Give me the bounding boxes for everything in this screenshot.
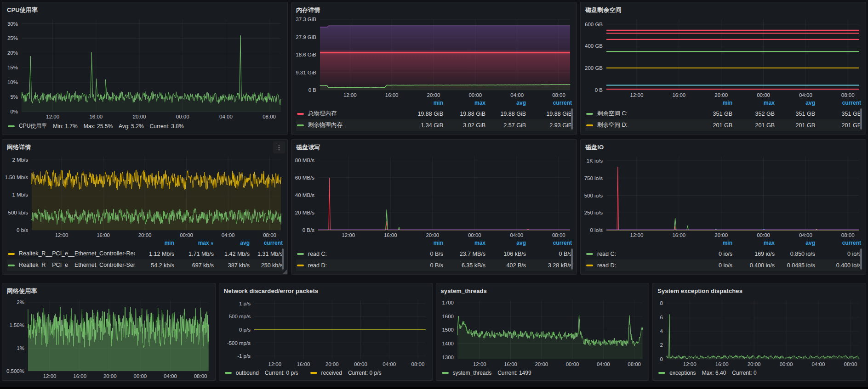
kebab-menu-icon[interactable]: ⋮ — [273, 141, 285, 153]
svg-text:200 GB: 200 GB — [585, 65, 603, 71]
system-exceptions-chart[interactable]: 12:0016:0020:0000:0004:0008:0002468 — [653, 297, 864, 368]
panel-system-threads: system_threads 12:0016:0020:0000:0004:00… — [436, 283, 650, 381]
legend-series-name[interactable]: outbound — [236, 370, 259, 376]
legend-series-name[interactable]: 剩余空间 C: — [597, 110, 628, 118]
legend-column-avg[interactable]: avg — [486, 99, 527, 108]
svg-text:1700: 1700 — [442, 300, 454, 305]
panel-title-net-usage[interactable]: 网络使用率 — [7, 287, 37, 295]
legend-column-max[interactable]: max — [444, 99, 486, 108]
legend-value: 0 B/s — [527, 251, 573, 257]
legend-column-current[interactable]: current — [527, 99, 573, 108]
legend-column-min[interactable]: min — [402, 99, 444, 108]
panel-title-network[interactable]: 网络详情 — [7, 143, 31, 152]
legend-column-current[interactable]: current — [527, 239, 573, 248]
dashboard-row-top: CPU使用率 12:0016:0020:0000:0004:0008:000%5… — [2, 2, 866, 135]
series-color-swatch — [442, 372, 449, 374]
legend-column-avg[interactable]: avg — [776, 99, 816, 108]
svg-text:12:00: 12:00 — [343, 92, 357, 98]
panel-title-cpu[interactable]: CPU使用率 — [7, 6, 38, 14]
panel-title-memory[interactable]: 内存详情 — [296, 6, 320, 14]
panel-title-disk-rw[interactable]: 磁盘读写 — [296, 143, 320, 152]
svg-text:1500: 1500 — [442, 327, 454, 333]
panel-header: 网络使用率 — [2, 283, 215, 296]
legend-column-current[interactable]: current — [816, 99, 862, 108]
svg-text:80 MB/s: 80 MB/s — [295, 158, 314, 163]
network-usage-chart[interactable]: 12:0016:0020:0000:0004:0008:000.500%1%1.… — [2, 297, 213, 380]
panel-title-threads[interactable]: system_threads — [441, 288, 487, 294]
legend-value: 201 GB — [691, 122, 733, 129]
legend-stat: Current: 0 p/s — [265, 370, 298, 376]
legend-column-max[interactable]: max∨ — [175, 239, 215, 248]
network-discard-error-chart[interactable]: 12:0016:0020:0000:0004:0008:00-1 p/s-500… — [219, 297, 430, 368]
panel-header: CPU使用率 — [2, 2, 287, 15]
svg-text:20 MB/s: 20 MB/s — [295, 210, 314, 215]
panel-title-exceptions[interactable]: System exception dispatches — [657, 288, 742, 294]
legend-column-current[interactable]: current — [816, 239, 862, 248]
legend-value: 1.71 Mb/s — [175, 251, 215, 257]
legend-series-name[interactable]: system_threads — [453, 370, 492, 376]
legend-scrollbar[interactable] — [860, 108, 862, 130]
legend-scrollbar[interactable] — [571, 108, 573, 130]
svg-text:08:00: 08:00 — [841, 232, 855, 238]
panel-title-net-err[interactable]: Network discarded/error packets — [224, 288, 318, 294]
legend-column-min[interactable]: min — [691, 99, 733, 108]
legend-series-name[interactable]: read C: — [597, 251, 616, 257]
panel-header: 磁盘剩余空间 — [581, 2, 866, 15]
legend-column-max[interactable]: max — [733, 239, 776, 248]
panel-title-disk-io[interactable]: 磁盘IO — [585, 143, 604, 152]
legend-series-name[interactable]: read D: — [308, 262, 327, 269]
svg-text:08:00: 08:00 — [552, 92, 565, 98]
legend-row: 剩余空间 D:201 GB201 GB201 GB201 GB — [585, 119, 862, 131]
svg-text:20:00: 20:00 — [535, 361, 548, 367]
disk-free-space-chart[interactable]: 12:0016:0020:0000:0004:0008:000 B200 GB4… — [581, 16, 864, 99]
exceptions-legend: exceptionsMax: 6.40Current: 0 — [653, 368, 866, 380]
legend-column-min[interactable]: min — [691, 239, 733, 248]
series-color-swatch — [586, 124, 593, 126]
svg-text:1 p/s: 1 p/s — [239, 301, 251, 306]
disk-io-chart[interactable]: 12:0016:0020:0000:0004:0008:000 io/s250 … — [581, 153, 864, 239]
legend-column-avg[interactable]: avg — [215, 239, 251, 248]
legend-column-avg[interactable]: avg — [776, 239, 816, 248]
svg-text:1300: 1300 — [442, 355, 454, 360]
legend-column-current[interactable]: current — [251, 239, 284, 248]
legend-series-name[interactable]: read D: — [597, 262, 616, 269]
cpu-usage-chart[interactable]: 12:0016:0020:0000:0004:0008:000%5%10%15%… — [2, 16, 286, 121]
legend-series-name[interactable]: 剩余物理内存 — [308, 121, 343, 129]
disk-rw-legend: minmaxavgcurrentread C:0 B/s23.7 MB/s106… — [291, 239, 577, 274]
svg-text:30%: 30% — [7, 21, 18, 27]
legend-series-name[interactable]: 总物理内存 — [308, 110, 337, 118]
legend-scrollbar[interactable] — [860, 248, 862, 270]
legend-series-name[interactable]: Realtek_R__PCI_e__Ethernet_Controller-Re… — [19, 250, 135, 258]
panel-resize-handle[interactable] — [283, 270, 287, 274]
legend-value: 2.57 GiB — [486, 122, 527, 129]
legend-series-name[interactable]: read C: — [308, 251, 327, 257]
legend-series-name[interactable]: exceptions — [669, 370, 696, 376]
legend-stat: Min: 1.7% — [53, 123, 77, 130]
legend-header-spacer — [7, 242, 135, 245]
disk-read-write-chart[interactable]: 12:0016:0020:0000:0004:0008:000 B/s20 MB… — [291, 153, 575, 239]
legend-value: 169 io/s — [733, 251, 776, 257]
memory-chart[interactable]: 12:0016:0020:0000:0004:0008:000 B9.31 Gi… — [291, 16, 575, 99]
legend-column-max[interactable]: max — [733, 99, 776, 108]
legend-column-min[interactable]: min — [135, 239, 175, 248]
panel-header: system_threads — [436, 283, 649, 296]
legend-column-avg[interactable]: avg — [486, 239, 527, 248]
legend-value: 0.400 io/s — [733, 262, 776, 269]
system-threads-chart[interactable]: 12:0016:0020:0000:0004:0008:001300140015… — [436, 297, 647, 368]
legend-series-name[interactable]: 剩余空间 D: — [597, 121, 628, 129]
legend-series-name[interactable]: CPU使用率 — [19, 122, 47, 130]
legend-series-name[interactable]: Realtek_R__PCI_e__Ethernet_Controller-Se… — [19, 261, 135, 269]
svg-text:1.50 Mb/s: 1.50 Mb/s — [5, 175, 29, 180]
legend-series-name[interactable]: received — [321, 370, 342, 376]
legend-scrollbar[interactable] — [571, 248, 573, 270]
legend-column-min[interactable]: min — [402, 239, 444, 248]
legend-header-row: minmaxavgcurrent — [585, 99, 862, 108]
svg-text:5%: 5% — [10, 94, 18, 100]
svg-text:20:00: 20:00 — [427, 92, 440, 98]
legend-scrollbar[interactable] — [282, 248, 284, 270]
panel-header: Network discarded/error packets — [219, 283, 432, 296]
network-details-chart[interactable]: 12:0016:0020:0000:0004:0008:000 b/s500 k… — [2, 153, 286, 239]
legend-item: exceptionsMax: 6.40Current: 0 — [658, 370, 756, 376]
panel-title-disk-space[interactable]: 磁盘剩余空间 — [585, 6, 622, 14]
legend-column-max[interactable]: max — [444, 239, 486, 248]
